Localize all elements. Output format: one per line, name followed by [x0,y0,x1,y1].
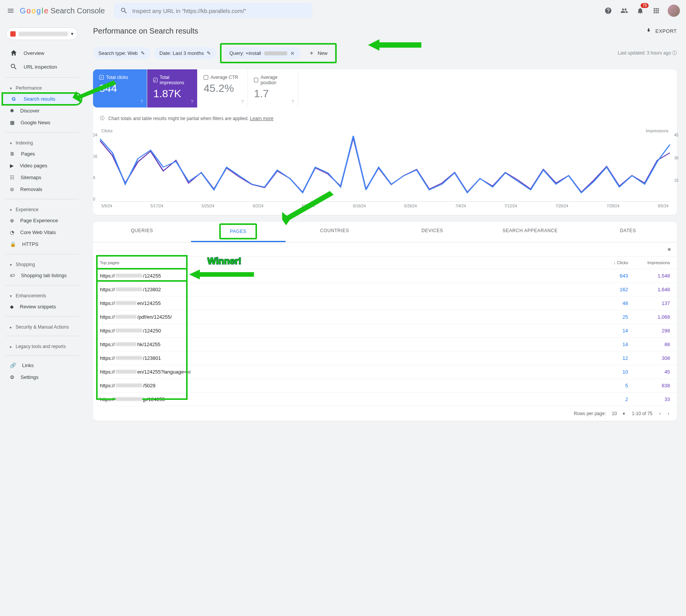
filter-icon[interactable]: ≡ [668,246,671,252]
table-row[interactable]: https:///1238021621,648 [93,283,677,297]
filter-date[interactable]: Date: Last 3 months✎ [154,47,216,59]
nav-pages[interactable]: 🗎Pages [2,148,82,160]
nav-label: Pages [21,151,35,157]
nav-label: Search results [24,96,55,102]
nav-label: Page Experience [20,218,58,223]
help-icon[interactable]: ? [140,99,143,104]
col-top-pages[interactable]: Top pages [100,260,594,265]
col-clicks[interactable]: ↓ Clicks [594,260,628,265]
metric-average-ctr[interactable]: Average CTR 45.2%? [198,69,248,107]
table-row[interactable]: https://en/124255?language=kr1045 [93,365,677,379]
url-inspect-input[interactable] [132,8,306,14]
removals-icon: ⊘ [10,186,14,192]
page-url: https:///124255 [100,273,594,279]
nav-discover[interactable]: ✱ Discover [2,105,82,117]
section-shopping[interactable]: ▾Shopping [2,258,82,270]
nav-links[interactable]: 🔗Links [2,359,82,371]
table-row[interactable]: https://en/12425548137 [93,297,677,310]
table-row[interactable]: https://hk/1242551488 [93,338,677,351]
help-icon[interactable]: ? [291,99,294,104]
nav-url-inspection[interactable]: URL inspection [2,60,82,74]
lock-icon: 🔒 [10,241,16,247]
metric-total-clicks[interactable]: Total clicks 844? [93,69,147,107]
home-icon [10,49,18,57]
section-experience[interactable]: ▾Experience [2,203,82,215]
section-enhancements[interactable]: ▾Enhancements [2,289,82,301]
tab-queries[interactable]: QUERIES [93,222,191,242]
nav-overview[interactable]: Overview [2,46,82,60]
cell-clicks: 162 [594,287,628,292]
table-row[interactable]: https:///12380112308 [93,351,677,365]
cell-impressions: 1,548 [628,273,670,279]
rows-per-page[interactable]: Rows per page: 10 ▾ [574,411,625,416]
review-icon: ◆ [10,304,14,310]
nav-label: Settings [21,374,39,380]
table-row[interactable]: https://jp/124255233 [93,393,677,406]
nav-https[interactable]: 🔒HTTPS [2,238,82,250]
nav-google-news[interactable]: ▦ Google News [2,117,82,128]
section-legacy[interactable]: ▸Legacy tools and reports [2,340,82,351]
table-row[interactable]: https:///50295838 [93,379,677,393]
nav-video-pages[interactable]: ▶Video pages [2,160,82,172]
account-avatar[interactable] [668,5,680,17]
metric-total-impressions[interactable]: Total impressions 1.87K? [147,69,198,107]
video-icon: ▶ [10,163,14,168]
help-icon[interactable] [604,6,613,15]
section-security[interactable]: ▸Security & Manual Actions [2,321,82,332]
section-indexing[interactable]: ▾Indexing [2,136,82,148]
apps-icon[interactable] [652,6,661,15]
col-impressions[interactable]: Impressions [628,260,670,265]
add-filter[interactable]: ＋New [303,46,333,60]
page-title: Performance on Search results [93,27,198,35]
nav-search-results[interactable]: G Search results [2,93,82,105]
prev-page[interactable]: ‹ [659,411,661,416]
nav-settings[interactable]: ⚙Settings [2,371,82,383]
nav-shopping-listings[interactable]: 🏷Shopping tab listings [2,270,82,281]
nav-page-experience[interactable]: ⊕Page Experience [2,215,82,226]
info-icon: ⓘ [100,115,104,122]
nav-removals[interactable]: ⊘Removals [2,183,82,195]
close-icon[interactable]: ✕ [290,50,295,56]
cell-impressions: 308 [628,355,670,361]
export-button[interactable]: EXPORT [645,27,677,35]
table-row[interactable]: https:///1242556431,548 [93,269,677,283]
url-inspect-search[interactable] [114,3,312,18]
tab-pages[interactable]: PAGES [191,222,286,242]
filter-note: ⓘ Chart totals and table results might b… [93,111,677,126]
nav-label: Overview [24,50,44,56]
cell-clicks: 48 [594,300,628,306]
section-performance[interactable]: ▾Performance [2,82,82,93]
metric-average-position[interactable]: Average position 1.7? [248,69,298,107]
nav-core-web-vitals[interactable]: ◔Core Web Vitals [2,226,82,238]
cell-clicks: 5 [594,383,628,388]
nav-label: Review snippets [20,304,56,310]
table-row[interactable]: https:///12425014298 [93,324,677,338]
learn-more-link[interactable]: Learn more [250,116,273,121]
nav-label: Shopping tab listings [21,273,67,278]
info-icon[interactable]: ⓘ [672,50,677,56]
filter-query[interactable]: Query: +install ✕ [224,47,300,59]
logo[interactable]: Google Search Console [20,6,105,15]
menu-icon[interactable] [6,6,15,15]
property-selector[interactable]: ▾ [6,27,78,40]
performance-chart[interactable]: 241680 453015 [100,133,670,202]
filter-search-type[interactable]: Search type: Web✎ [93,47,150,59]
table-row[interactable]: https:///pdf/en/124255/251,068 [93,310,677,324]
page-url: https://en/124255 [100,300,594,306]
nav-review-snippets[interactable]: ◆Review snippets [2,301,82,313]
checkbox-icon [204,75,208,80]
nav-sitemaps[interactable]: ☷Sitemaps [2,172,82,183]
notifications-icon[interactable]: 79 [636,6,645,15]
cell-impressions: 45 [628,369,670,375]
page-url: https:///pdf/en/124255/ [100,314,594,320]
help-icon[interactable]: ? [191,99,193,104]
people-icon[interactable] [620,6,629,15]
help-icon[interactable]: ? [241,99,244,104]
next-page[interactable]: › [668,411,669,416]
tab-search-appearance[interactable]: SEARCH APPEARANCE [481,222,579,242]
tab-dates[interactable]: DATES [579,222,677,242]
tab-devices[interactable]: DEVICES [384,222,482,242]
tab-countries[interactable]: COUNTRIES [286,222,384,242]
page-url: https:///5029 [100,383,594,388]
page-url: https://jp/124255 [100,396,594,402]
